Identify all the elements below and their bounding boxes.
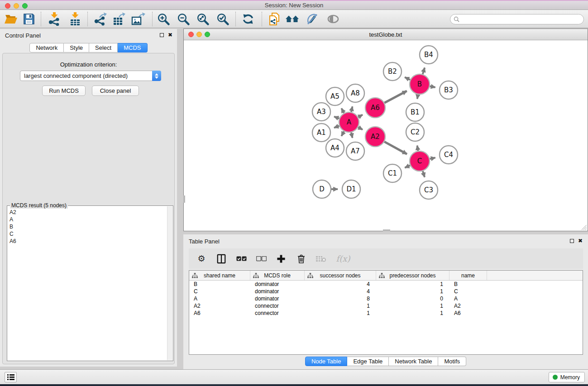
edge-A2-C[interactable]: [384, 142, 407, 154]
close-panel-icon[interactable]: ✖: [578, 238, 583, 243]
run-mcds-button[interactable]: Run MCDS: [42, 86, 86, 96]
checked-boxes-icon: [236, 256, 247, 262]
memory-button[interactable]: Memory: [549, 372, 585, 382]
column-header-shared-name[interactable]: shared name: [189, 271, 250, 280]
float-panel-icon[interactable]: [160, 33, 164, 37]
edge-A-A8[interactable]: [351, 106, 353, 112]
edge-A-A3[interactable]: [334, 117, 339, 119]
zoom-fit-button[interactable]: [195, 11, 211, 27]
edge-A-A7[interactable]: [351, 132, 353, 138]
table-row[interactable]: A6connector11A6: [189, 310, 583, 317]
close-panel-icon[interactable]: ✖: [168, 33, 172, 37]
toolbar-separator: [262, 12, 262, 26]
node-label-A: A: [347, 118, 352, 126]
mcds-result-item[interactable]: B: [10, 223, 167, 230]
column-settings-button[interactable]: ⚙: [196, 253, 207, 265]
node-label-A5: A5: [330, 92, 339, 100]
cell-predecessor-nodes: 1: [376, 302, 449, 310]
edge-C-C1[interactable]: [405, 165, 410, 167]
window-resize-grip[interactable]: [580, 224, 587, 230]
edge-B-B4[interactable]: [423, 68, 425, 74]
edge-C-C3[interactable]: [423, 171, 425, 177]
edge-C-C2[interactable]: [417, 146, 418, 151]
zoom-selected-button[interactable]: [215, 11, 231, 27]
function-builder-button[interactable]: f(x): [335, 253, 351, 265]
fx-icon: f(x): [336, 254, 350, 263]
export-image-button[interactable]: [130, 11, 146, 27]
panel-grip[interactable]: [383, 229, 390, 231]
node-table[interactable]: shared nameMCDS rolesuccessor nodesprede…: [189, 270, 583, 355]
search-input[interactable]: [461, 16, 583, 23]
export-network-button[interactable]: [92, 11, 108, 27]
delete-column-button[interactable]: [296, 253, 306, 265]
table-row[interactable]: Adominator80A: [189, 295, 583, 302]
show-hide-odometer-button[interactable]: [325, 11, 341, 27]
show-column-button[interactable]: [216, 253, 227, 265]
float-panel-icon[interactable]: [570, 239, 574, 243]
table-tab-node-table[interactable]: Node Table: [305, 357, 348, 366]
show-hide-graphics-details-button[interactable]: [304, 11, 320, 27]
edge-B-B1[interactable]: [417, 95, 418, 99]
open-file-button[interactable]: [3, 11, 19, 27]
edge-A-A5[interactable]: [341, 108, 344, 113]
network-canvas[interactable]: AA1A2A3A4A5A6A7A8BB1B2B3B4CC1C2C3C4DD1: [184, 41, 587, 230]
first-neighbors-button[interactable]: [284, 11, 301, 27]
save-session-button[interactable]: [21, 11, 37, 27]
edge-C-C4[interactable]: [430, 157, 435, 159]
edge-A-A6[interactable]: [358, 114, 363, 117]
table-tab-edge-table[interactable]: Edge Table: [347, 357, 389, 366]
control-tab-select[interactable]: Select: [89, 43, 118, 52]
table-row[interactable]: A2connector11A2: [189, 302, 583, 310]
network-window-titlebar[interactable]: testGlobe.txt: [184, 29, 588, 40]
network-window-title: testGlobe.txt: [184, 31, 588, 38]
network-graph[interactable]: AA1A2A3A4A5A6A7A8BB1B2B3B4CC1C2C3C4DD1: [184, 41, 587, 231]
optimization-criterion-label: Optimization criterion:: [3, 61, 174, 68]
export-table-button[interactable]: [110, 11, 127, 27]
delete-table-button[interactable]: [316, 253, 326, 265]
edge-A6-B[interactable]: [384, 91, 406, 103]
refresh-button[interactable]: [240, 11, 256, 27]
search-field[interactable]: [450, 14, 584, 24]
new-network-from-selection-button[interactable]: [266, 11, 282, 27]
mcds-result-item[interactable]: A: [10, 216, 167, 223]
add-column-button[interactable]: [276, 253, 287, 265]
edge-B-B3[interactable]: [430, 86, 435, 87]
table-header-row: shared nameMCDS rolesuccessor nodesprede…: [189, 271, 583, 281]
zoom-out-button[interactable]: [175, 11, 191, 27]
edge-A-A4[interactable]: [341, 131, 344, 136]
column-header-name[interactable]: name: [449, 271, 487, 280]
control-tab-style[interactable]: Style: [64, 43, 89, 52]
criterion-value: largest connected component (directed): [20, 72, 152, 79]
table-row[interactable]: Bdominator41B: [189, 281, 583, 288]
import-network-button[interactable]: [46, 11, 62, 27]
control-tab-mcds[interactable]: MCDS: [118, 43, 147, 52]
close-panel-button[interactable]: Close panel: [92, 86, 139, 96]
memory-label: Memory: [560, 374, 580, 381]
column-header-successor-nodes[interactable]: successor nodes: [305, 271, 376, 280]
result-scrollbar[interactable]: [167, 206, 172, 360]
mcds-result-item[interactable]: A2: [10, 209, 167, 216]
criterion-dropdown[interactable]: largest connected component (directed): [20, 71, 161, 81]
edge-A-A1[interactable]: [334, 126, 339, 128]
mcds-result-item[interactable]: A6: [10, 238, 167, 245]
mcds-result-box: MCDS result (5 nodes) A2ABCA6: [7, 205, 173, 361]
table-row[interactable]: Cdominator41C: [189, 288, 583, 295]
select-all-columns-button[interactable]: [236, 253, 247, 265]
task-history-button[interactable]: [5, 372, 17, 382]
control-tab-network[interactable]: Network: [29, 43, 64, 52]
zoom-in-button[interactable]: [155, 11, 172, 27]
mcds-result-item[interactable]: C: [10, 230, 167, 238]
column-header-MCDS-role[interactable]: MCDS role: [250, 271, 305, 280]
edge-B-B2[interactable]: [405, 77, 410, 80]
unselect-all-columns-button[interactable]: [256, 253, 267, 265]
column-header-predecessor-nodes[interactable]: predecessor nodes: [376, 271, 449, 280]
edge-A-A2[interactable]: [358, 127, 363, 129]
panel-grip[interactable]: [183, 195, 185, 203]
import-table-button[interactable]: [67, 11, 83, 27]
control-tabs: NetworkStyleSelectMCDS: [0, 43, 177, 52]
table-tab-motifs[interactable]: Motifs: [438, 357, 466, 366]
table-tab-network-table[interactable]: Network Table: [389, 357, 438, 366]
zoom-in-icon: [157, 13, 170, 26]
mcds-panel: Optimization criterion: largest connecte…: [2, 53, 175, 364]
table-panel-title: Table Panel: [189, 238, 220, 245]
